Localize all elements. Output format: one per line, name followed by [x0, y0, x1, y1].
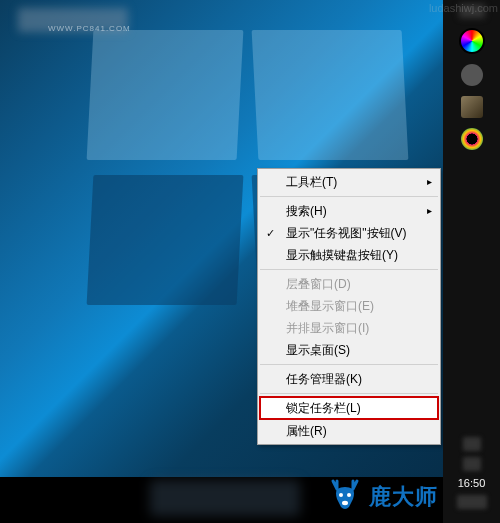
watermark-bottom-right: 鹿大师: [325, 477, 438, 517]
menu-separator: [260, 196, 438, 197]
tray-small-icon[interactable]: [457, 495, 487, 509]
menu-task-manager[interactable]: 任务管理器(K): [258, 368, 440, 390]
watermark-top-left-url: WWW.PC841.COM: [48, 24, 131, 33]
taskbar-vertical[interactable]: 16:50: [443, 0, 500, 523]
tray-icon-gray[interactable]: [461, 64, 483, 86]
menu-side-by-side-windows: 并排显示窗口(I): [258, 317, 440, 339]
menu-search[interactable]: 搜索(H): [258, 200, 440, 222]
watermark-brand-text: 鹿大师: [369, 482, 438, 512]
tray-icon-color-ring[interactable]: [461, 128, 483, 150]
menu-show-task-view-button[interactable]: ✓显示"任务视图"按钮(V): [258, 222, 440, 244]
svg-point-2: [342, 501, 348, 505]
tray-icon-color-wheel[interactable]: [459, 28, 485, 54]
menu-separator: [260, 269, 438, 270]
menu-show-desktop[interactable]: 显示桌面(S): [258, 339, 440, 361]
taskbar-context-menu: 工具栏(T) 搜索(H) ✓显示"任务视图"按钮(V) 显示触摸键盘按钮(Y) …: [257, 168, 441, 445]
taskbar-pinned-area: [459, 4, 485, 150]
watermark-bottom-blur: [150, 480, 300, 516]
menu-toolbars[interactable]: 工具栏(T): [258, 171, 440, 193]
clock-time: 16:50: [458, 477, 486, 489]
tray-icon-avatar[interactable]: [461, 96, 483, 118]
menu-cascade-windows: 层叠窗口(D): [258, 273, 440, 295]
taskbar-system-tray: 16:50: [443, 437, 500, 509]
tray-clock[interactable]: 16:50: [458, 477, 486, 489]
checkmark-icon: ✓: [266, 225, 275, 241]
menu-stack-windows: 堆叠显示窗口(E): [258, 295, 440, 317]
svg-point-0: [339, 493, 343, 497]
menu-separator: [260, 364, 438, 365]
svg-point-1: [347, 493, 351, 497]
tray-small-icon[interactable]: [463, 437, 481, 451]
menu-properties[interactable]: 属性(R): [258, 420, 440, 442]
menu-show-touch-keyboard-button[interactable]: 显示触摸键盘按钮(Y): [258, 244, 440, 266]
menu-lock-taskbar[interactable]: 锁定任务栏(L): [260, 397, 438, 419]
tray-small-icon[interactable]: [463, 457, 481, 471]
deer-icon: [325, 477, 365, 517]
menu-separator: [260, 393, 438, 394]
watermark-corner-url: ludashiwj.com: [429, 2, 498, 14]
